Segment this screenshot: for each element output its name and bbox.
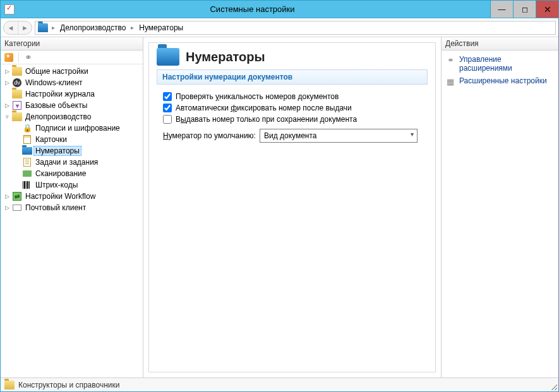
tree-label: Почтовый клиент [23,203,88,213]
tree-node-scanning[interactable]: ▷ Сканирование [1,168,143,179]
default-numerator-combo-wrap [260,129,418,143]
expand-toggle[interactable]: ▷ [3,68,11,75]
separator [18,52,19,62]
check-autofix-checkbox[interactable] [163,104,172,112]
numerator-icon [157,48,179,66]
collapse-toggle[interactable]: ▿ [3,113,11,121]
maximize-button[interactable]: ◻ [513,1,536,18]
tree-label: Карточки [33,134,69,145]
tree-node-barcodes[interactable]: ▷ Штрих-коды [1,179,143,191]
actions-list: ⚭ Управление расширениями ▦ Расширенные … [442,50,558,91]
left-panel-header: Категории [1,37,143,50]
check-onsave-row: Выдавать номер только при сохранении док… [163,115,428,124]
link-view-button[interactable]: ⚭ [23,52,34,63]
action-label: Расширенные настройки [459,76,555,85]
check-unique-row: Проверять уникальность номеров документо… [163,92,428,101]
expand-toggle[interactable]: ▷ [3,102,11,109]
extension-icon: ⚭ [445,55,455,65]
page-title: Нумераторы [186,50,265,64]
expand-toggle[interactable]: ▷ [3,204,11,211]
tree-node-mail[interactable]: ▷ Почтовый клиент [1,202,143,213]
default-numerator-row: Нумератор по умолчанию: [163,129,428,143]
tree-node-winclient[interactable]: ▷ dv Windows-клиент [1,77,143,88]
check-onsave-checkbox[interactable] [163,115,172,124]
content: Категории ⚭ ▷ Общие настройки ▷ dv Windo… [1,37,558,377]
object-icon: ▾ [12,100,22,110]
mail-icon [12,203,22,213]
statusbar: Конструкторы и справочники [1,377,558,391]
app-icon [4,4,15,15]
nav-forward-button[interactable]: ► [18,21,32,34]
expand-toggle[interactable]: ▷ [3,193,11,200]
tree-label: Windows-клиент [23,78,85,88]
default-numerator-combo[interactable] [260,129,418,143]
folder-icon [4,381,15,389]
action-label: Управление расширениями [459,55,555,73]
tree-label: Штрих-коды [33,180,80,190]
folder-icon [12,112,22,122]
section-header: Настройки нумерации документов [157,69,428,85]
default-numerator-label: Нумератор по умолчанию: [163,131,256,140]
tree-node-baseobj[interactable]: ▷ ▾ Базовые объекты [1,100,143,111]
task-icon [22,157,32,167]
tree-node-signing[interactable]: ▷ 🔒 Подписи и шифрование [1,122,143,134]
workflow-icon: ⇄ [12,191,22,201]
check-onsave-label: Выдавать номер только при сохранении док… [176,115,357,124]
tree-node-journal[interactable]: ▷ Настройки журнала [1,88,143,100]
check-unique-label: Проверять уникальность номеров документо… [176,92,339,101]
page-title-row: Нумераторы [157,48,428,66]
right-panel: Действия ⚭ Управление расширениями ▦ Рас… [441,37,558,377]
check-autofix-label: Автоматически фиксировать номер после вы… [176,104,352,112]
tree-node-deloproc[interactable]: ▿ Делопроизводство [1,111,143,122]
folder-blue-icon [22,146,32,156]
tree-node-numerators[interactable]: ▷ Нумераторы [1,145,143,157]
status-text: Конструкторы и справочники [18,381,119,389]
left-toolbar: ⚭ [1,50,143,64]
chevron-right-icon: ▸ [51,24,56,31]
action-advanced-settings[interactable]: ▦ Расширенные настройки [445,74,555,88]
settings-icon: ▦ [445,76,455,86]
barcode-icon [22,180,32,190]
minimize-button[interactable]: — [490,1,513,18]
breadcrumb[interactable]: ▸ Делопроизводство ▸ Нумераторы [35,21,556,35]
lock-icon: 🔒 [22,123,32,133]
action-manage-extensions[interactable]: ⚭ Управление расширениями [445,53,555,74]
page-content: Нумераторы Настройки нумерации документо… [148,42,436,372]
chevron-right-icon: ▸ [129,24,135,31]
tree-node-general[interactable]: ▷ Общие настройки [1,66,143,77]
folder-icon [12,89,22,99]
folder-icon [12,66,22,76]
tree-label: Сканирование [33,169,88,179]
titlebar: Системные настройки — ◻ ✕ [1,1,558,18]
card-icon [22,134,32,145]
resize-grip[interactable] [550,383,557,390]
tree-label: Общие настройки [23,66,90,76]
left-panel: Категории ⚭ ▷ Общие настройки ▷ dv Windo… [1,37,143,377]
expand-toggle[interactable]: ▷ [3,79,11,86]
nav-back-button[interactable]: ◄ [4,21,18,34]
app-icon: dv [12,78,22,88]
check-unique-checkbox[interactable] [163,92,172,101]
window-title: Системные настройки [15,4,490,14]
tree-label: Базовые объекты [23,100,89,110]
tree-node-workflow[interactable]: ▷ ⇄ Настройки Workflow [1,191,143,202]
breadcrumb-item[interactable]: Нумераторы [138,23,184,32]
tree-label: Подписи и шифрование [33,123,122,133]
nav-row: ◄ ► ▸ Делопроизводство ▸ Нумераторы [1,18,558,37]
right-panel-header: Действия [442,37,558,50]
folder-icon [38,23,48,32]
tree-label: Делопроизводство [23,112,93,122]
new-item-button[interactable] [3,52,15,63]
tree-node-tasks[interactable]: ▷ Задачи и задания [1,157,143,168]
scan-icon [22,169,32,179]
tree-node-cards[interactable]: ▷ Карточки [1,134,143,145]
tree-label: Настройки Workflow [23,191,97,201]
category-tree[interactable]: ▷ Общие настройки ▷ dv Windows-клиент ▷ … [1,64,143,377]
breadcrumb-item[interactable]: Делопроизводство [59,23,127,32]
tree-label: Задачи и задания [33,157,100,167]
main-panel: Нумераторы Настройки нумерации документо… [143,37,441,377]
tree-label: Настройки журнала [23,89,97,99]
window-buttons: — ◻ ✕ [490,1,558,18]
close-button[interactable]: ✕ [536,1,558,18]
check-autofix-row: Автоматически фиксировать номер после вы… [163,104,428,112]
